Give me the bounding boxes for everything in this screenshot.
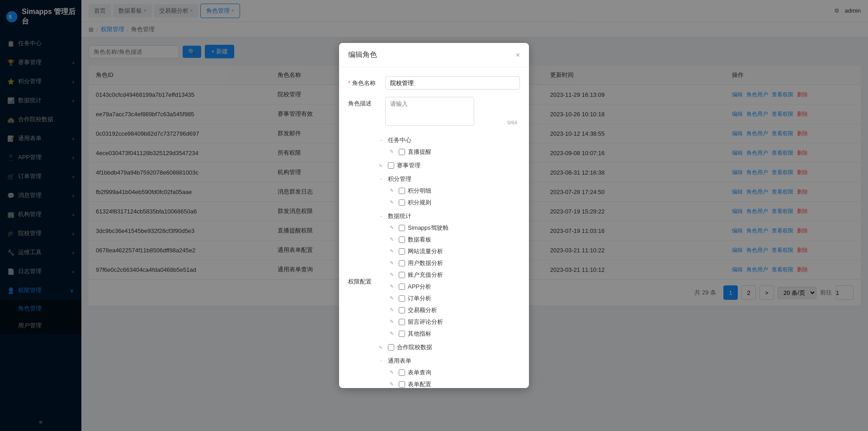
- form-label-name: 角色名称: [348, 76, 380, 87]
- perm-checkbox-comment-analysis[interactable]: [399, 319, 405, 325]
- perm-edit-icon-comment-analysis[interactable]: ✎: [390, 319, 396, 325]
- perm-edit-icon-account-recharge[interactable]: ✎: [390, 272, 396, 278]
- perm-label-data-board: 数据看板: [408, 236, 431, 244]
- perm-row-web-traffic: ✎ 网站流量分析: [390, 246, 520, 257]
- textarea-wrapper: 0/64: [385, 97, 520, 127]
- perm-row-user-data: ✎ 用户数据分析: [390, 257, 520, 269]
- char-count: 0/64: [508, 120, 517, 125]
- perm-label-account-recharge: 账户充值分析: [408, 271, 443, 279]
- perm-row-trade-analysis: ✎ 交易额分析: [390, 304, 520, 316]
- perm-edit-icon-score-rule[interactable]: ✎: [390, 199, 396, 206]
- perm-row-score-rule: ✎ 积分规则: [390, 197, 520, 208]
- perm-edit-icon-web-traffic[interactable]: ✎: [390, 248, 396, 255]
- perm-label-order-analysis: 订单分析: [408, 294, 431, 303]
- perm-header-competition: ✎ 赛事管理: [379, 160, 520, 171]
- perm-title-college-data: 合作院校数据: [397, 343, 432, 351]
- perm-checkbox-form-query[interactable]: [399, 369, 405, 376]
- perm-checkbox-app-analysis[interactable]: [399, 284, 405, 290]
- modal-body: 角色名称 角色描述 0/64 权限配置 －: [339, 67, 529, 388]
- perm-section-general-form: － 通用表单 ✎ 表单查询 ✎ 表: [379, 355, 520, 388]
- perm-edit-icon-order-analysis[interactable]: ✎: [390, 295, 396, 302]
- perm-edit-icon-score-detail[interactable]: ✎: [390, 188, 396, 194]
- perm-header-datastats: － 数据统计: [379, 210, 520, 222]
- perm-checkbox-web-traffic[interactable]: [399, 248, 405, 255]
- perm-row-broadcast: ✎ 直播提醒: [390, 146, 520, 158]
- perm-checkbox-competition[interactable]: [388, 162, 394, 169]
- form-label-desc: 角色描述: [348, 97, 380, 108]
- modal-overlay[interactable]: 编辑角色 × 角色名称 角色描述 0/64 权限配置: [0, 0, 868, 431]
- perm-title-task: 任务中心: [388, 136, 411, 144]
- perm-header-college-data: ✎ 合作院校数据: [379, 341, 520, 353]
- form-row-name: 角色名称: [348, 76, 520, 90]
- perm-section-score: － 积分管理 ✎ 积分明细 ✎ 积: [379, 173, 520, 208]
- perm-edit-icon-other-metrics[interactable]: ✎: [390, 331, 396, 337]
- perm-expand-datastats[interactable]: －: [379, 213, 385, 219]
- perm-label-form-config: 表单配置: [408, 380, 431, 388]
- modal-header: 编辑角色 ×: [339, 43, 529, 67]
- perm-title-competition: 赛事管理: [397, 161, 420, 170]
- perm-edit-icon-form-query[interactable]: ✎: [390, 369, 396, 376]
- perm-edit-icon-broadcast[interactable]: ✎: [390, 149, 396, 155]
- perm-children-score: ✎ 积分明细 ✎ 积分规则: [379, 185, 520, 208]
- perm-edit-icon-data-board[interactable]: ✎: [390, 237, 396, 243]
- perm-section-college-data: ✎ 合作院校数据: [379, 341, 520, 353]
- modal-title: 编辑角色: [348, 50, 377, 60]
- perm-checkbox-user-data[interactable]: [399, 260, 405, 266]
- perm-edit-icon-trade-analysis[interactable]: ✎: [390, 307, 396, 313]
- perm-label-app-analysis: APP分析: [408, 283, 431, 291]
- perm-title-datastats: 数据统计: [388, 212, 411, 220]
- perm-label-form-query: 表单查询: [408, 369, 431, 377]
- perm-expand-college-data[interactable]: ✎: [379, 345, 385, 350]
- perm-row-account-recharge: ✎ 账户充值分析: [390, 269, 520, 281]
- perm-row-order-analysis: ✎ 订单分析: [390, 293, 520, 304]
- edit-role-modal: 编辑角色 × 角色名称 角色描述 0/64 权限配置: [339, 43, 529, 388]
- perm-checkbox-form-config[interactable]: [399, 381, 405, 388]
- role-desc-input[interactable]: [385, 97, 474, 126]
- perm-label-user-data: 用户数据分析: [408, 259, 443, 267]
- perm-label-simapps: Simapps驾驶舱: [408, 224, 448, 232]
- perm-children-datastats: ✎ Simapps驾驶舱 ✎ 数据看板 ✎: [379, 222, 520, 340]
- perm-row-app-analysis: ✎ APP分析: [390, 281, 520, 293]
- perm-header-general-form: － 通用表单: [379, 355, 520, 367]
- permission-config-row: 权限配置 － 任务中心 ✎ 直播提醒: [348, 134, 520, 388]
- perm-row-simapps: ✎ Simapps驾驶舱: [390, 222, 520, 234]
- perm-label-other-metrics: 其他指标: [408, 330, 431, 338]
- perm-row-comment-analysis: ✎ 留言评论分析: [390, 316, 520, 328]
- perm-label-score-rule: 积分规则: [408, 199, 431, 207]
- perm-label-trade-analysis: 交易额分析: [408, 306, 437, 314]
- perm-row-other-metrics: ✎ 其他指标: [390, 328, 520, 340]
- perm-checkbox-data-board[interactable]: [399, 237, 405, 243]
- perm-title-general-form: 通用表单: [388, 357, 411, 365]
- perm-label-score-detail: 积分明细: [408, 187, 431, 195]
- perm-checkbox-broadcast[interactable]: [399, 149, 405, 155]
- perm-checkbox-simapps[interactable]: [399, 225, 405, 231]
- perm-checkbox-score-detail[interactable]: [399, 188, 405, 194]
- perm-section-task: － 任务中心 ✎ 直播提醒: [379, 134, 520, 158]
- perm-expand-task[interactable]: －: [379, 137, 385, 143]
- perm-checkbox-other-metrics[interactable]: [399, 331, 405, 337]
- perm-row-data-board: ✎ 数据看板: [390, 234, 520, 246]
- perm-checkbox-trade-analysis[interactable]: [399, 307, 405, 313]
- perm-edit-icon-simapps[interactable]: ✎: [390, 225, 396, 231]
- perm-edit-icon-app-analysis[interactable]: ✎: [390, 284, 396, 290]
- perm-expand-score[interactable]: －: [379, 176, 385, 182]
- perm-checkbox-college-data[interactable]: [388, 344, 394, 350]
- perm-expand-competition[interactable]: ✎: [379, 163, 385, 168]
- perm-edit-icon-form-config[interactable]: ✎: [390, 381, 396, 388]
- perm-checkbox-order-analysis[interactable]: [399, 295, 405, 302]
- perm-row-score-detail: ✎ 积分明细: [390, 185, 520, 197]
- perm-header-task: － 任务中心: [379, 134, 520, 146]
- form-row-desc: 角色描述 0/64: [348, 97, 520, 127]
- modal-close-button[interactable]: ×: [516, 51, 520, 59]
- permission-tree: － 任务中心 ✎ 直播提醒: [379, 134, 520, 388]
- role-name-input[interactable]: [385, 76, 520, 90]
- perm-section-competition: ✎ 赛事管理: [379, 160, 520, 171]
- perm-children-task: ✎ 直播提醒: [379, 146, 520, 158]
- perm-label-broadcast: 直播提醒: [408, 148, 431, 156]
- perm-checkbox-score-rule[interactable]: [399, 199, 405, 206]
- perm-row-form-config: ✎ 表单配置: [390, 379, 520, 388]
- perm-checkbox-account-recharge[interactable]: [399, 272, 405, 278]
- perm-edit-icon-user-data[interactable]: ✎: [390, 260, 396, 266]
- perm-expand-general-form[interactable]: －: [379, 358, 385, 364]
- perm-header-score: － 积分管理: [379, 173, 520, 185]
